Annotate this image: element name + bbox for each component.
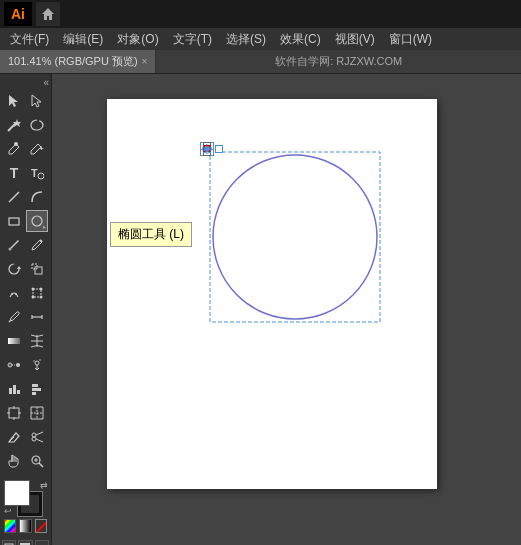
ellipse-svg[interactable]: [207, 149, 383, 325]
scale-tool[interactable]: [26, 258, 48, 280]
blend-tool[interactable]: [3, 354, 25, 376]
symbol-sprayer-tool[interactable]: [26, 354, 48, 376]
tool-row-12: [0, 353, 51, 377]
document-tab[interactable]: 101.41% (RGB/GPU 预览) ×: [0, 50, 156, 73]
svg-point-31: [33, 360, 35, 362]
tool-row-15: [0, 425, 51, 449]
menu-window[interactable]: 窗口(W): [383, 29, 438, 50]
svg-point-32: [39, 359, 41, 361]
menu-file[interactable]: 文件(F): [4, 29, 55, 50]
pencil-tool[interactable]: [26, 234, 48, 256]
full-screen-preview-button[interactable]: [18, 540, 32, 545]
gradient-mode-button[interactable]: [19, 519, 31, 533]
tool-row-13: [0, 377, 51, 401]
default-colors-button[interactable]: ↩: [4, 506, 12, 516]
collapse-arrow[interactable]: «: [43, 77, 49, 88]
menu-bar: 文件(F) 编辑(E) 对象(O) 文字(T) 选择(S) 效果(C) 视图(V…: [0, 28, 521, 50]
measure-tool[interactable]: [26, 306, 48, 328]
menu-effect[interactable]: 效果(C): [274, 29, 327, 50]
ellipse-tool[interactable]: ▸: [26, 210, 48, 232]
watermark: 软件自学网: RJZXW.COM: [156, 54, 521, 69]
svg-rect-24: [8, 338, 20, 344]
menu-type[interactable]: 文字(T): [167, 29, 218, 50]
lasso-tool[interactable]: [26, 114, 48, 136]
toolbar: «: [0, 74, 52, 545]
screen-modes: [0, 536, 51, 545]
eraser-tool[interactable]: [3, 426, 25, 448]
svg-line-6: [9, 192, 19, 202]
free-transform-tool[interactable]: [26, 282, 48, 304]
svg-line-52: [39, 463, 43, 467]
rotate-tool[interactable]: [3, 258, 25, 280]
svg-point-27: [8, 363, 12, 367]
type-tool[interactable]: T: [3, 162, 25, 184]
app-logo: Ai: [4, 2, 32, 26]
magic-wand-tool[interactable]: [3, 114, 25, 136]
svg-point-9: [9, 248, 12, 251]
svg-rect-7: [9, 218, 19, 225]
svg-rect-34: [13, 385, 16, 394]
paintbrush-tool[interactable]: [3, 234, 25, 256]
home-button[interactable]: [36, 2, 60, 26]
svg-marker-0: [42, 8, 54, 20]
swap-fill-stroke-button[interactable]: ⇄: [40, 480, 48, 490]
svg-line-1: [8, 123, 16, 131]
slice-tool[interactable]: [26, 402, 48, 424]
fill-box[interactable]: [4, 480, 30, 506]
handle-r-box[interactable]: [215, 145, 223, 153]
tool-row-8: [0, 257, 51, 281]
color-mode-button[interactable]: [4, 519, 16, 533]
tab-label: 101.41% (RGB/GPU 预览): [8, 54, 138, 69]
svg-point-30: [35, 361, 39, 365]
menu-object[interactable]: 对象(O): [111, 29, 164, 50]
svg-rect-36: [32, 384, 38, 387]
hand-tool[interactable]: [3, 450, 25, 472]
svg-text:T: T: [31, 167, 38, 179]
title-bar: Ai: [0, 0, 521, 28]
add-anchor-tool[interactable]: +: [26, 138, 48, 160]
selection-tool[interactable]: [3, 90, 25, 112]
tab-close-button[interactable]: ×: [142, 56, 148, 67]
svg-point-14: [15, 293, 17, 295]
eyedropper-tool[interactable]: [3, 306, 25, 328]
menu-view[interactable]: 视图(V): [329, 29, 381, 50]
tool-row-3: +: [0, 137, 51, 161]
canvas-area: 椭圆工具 (L): [52, 74, 521, 545]
main-area: «: [0, 74, 521, 545]
svg-rect-39: [9, 408, 19, 418]
tool-row-4: T T: [0, 161, 51, 185]
tool-row-5: [0, 185, 51, 209]
menu-edit[interactable]: 编辑(E): [57, 29, 109, 50]
touch-type-tool[interactable]: T: [26, 162, 48, 184]
tool-row-7: [0, 233, 51, 257]
tool-row-10: [0, 305, 51, 329]
svg-point-13: [11, 293, 13, 295]
full-screen-button[interactable]: [35, 540, 49, 545]
fill-stroke-indicator: ⇄ ↩: [4, 480, 48, 516]
tool-row-2: [0, 113, 51, 137]
scissors-tool[interactable]: [26, 426, 48, 448]
bar-chart-tool[interactable]: [26, 378, 48, 400]
normal-screen-button[interactable]: [2, 540, 16, 545]
mesh-tool[interactable]: [26, 330, 48, 352]
svg-marker-10: [17, 266, 21, 269]
arc-tool[interactable]: [26, 186, 48, 208]
svg-rect-15: [33, 289, 41, 297]
menu-select[interactable]: 选择(S): [220, 29, 272, 50]
artboard-tool[interactable]: [3, 402, 25, 424]
direct-select-tool[interactable]: [26, 90, 48, 112]
warp-tool[interactable]: [3, 282, 25, 304]
gradient-tool[interactable]: [3, 330, 25, 352]
zoom-tool[interactable]: [26, 450, 48, 472]
svg-point-5: [38, 173, 44, 179]
tab-bar: 101.41% (RGB/GPU 预览) × 软件自学网: RJZXW.COM: [0, 50, 521, 74]
none-mode-button[interactable]: [35, 519, 47, 533]
svg-point-48: [32, 437, 36, 441]
svg-rect-37: [32, 388, 41, 391]
rectangle-tool[interactable]: [3, 210, 25, 232]
line-tool[interactable]: [3, 186, 25, 208]
tool-row-6: ▸: [0, 209, 51, 233]
pen-tool[interactable]: [3, 138, 25, 160]
canvas-surface[interactable]: [107, 99, 437, 489]
column-chart-tool[interactable]: [3, 378, 25, 400]
